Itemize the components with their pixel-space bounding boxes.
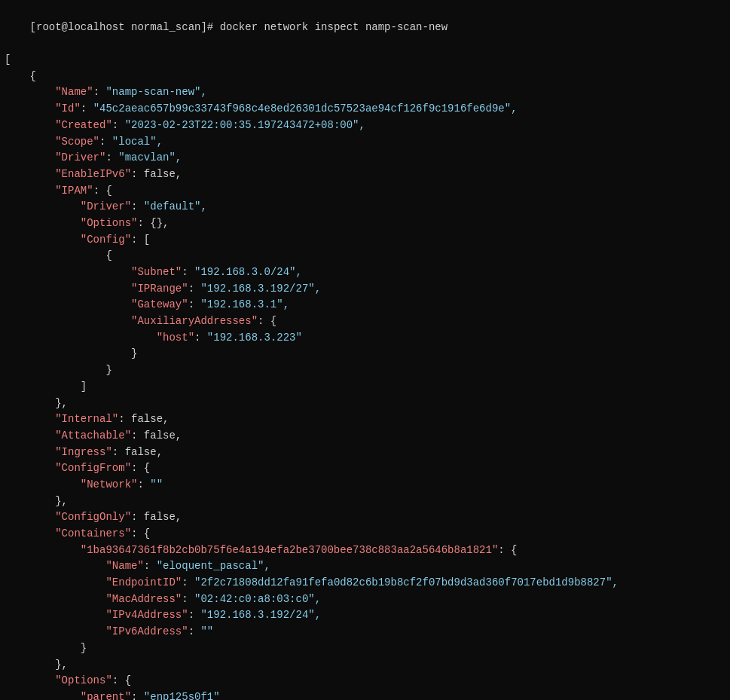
terminal: [root@localhost normal_scan]# docker net… — [0, 0, 730, 700]
output-line: "IPv4Address": "192.168.3.192/24", — [5, 607, 725, 624]
output-line: }, — [5, 494, 725, 510]
output-line: "Scope": "local", — [5, 134, 725, 151]
output-line: "Gateway": "192.168.3.1", — [5, 297, 725, 313]
output-line: "MacAddress": "02:42:c0:a8:03:c0", — [5, 591, 725, 608]
output-line: "Ingress": false, — [5, 445, 725, 461]
output-line: "Options": {}, — [5, 216, 725, 232]
output-line: "Driver": "default", — [5, 199, 725, 216]
output-line: "Options": { — [5, 673, 725, 689]
command: docker network inspect namp-scan-new — [220, 21, 447, 33]
output-line: "EndpointID": "2f2c71808dd12fa91fefa0d82… — [5, 575, 725, 591]
output-line: }, — [5, 657, 725, 674]
output-line: "EnableIPv6": false, — [5, 167, 725, 183]
output-line: "IPv6Address": "" — [5, 624, 725, 640]
output-line: "Containers": { — [5, 526, 725, 543]
output-line: "Driver": "macvlan", — [5, 150, 725, 167]
output-line: "Internal": false, — [5, 411, 725, 428]
output-line: "Name": "namp-scan-new", — [5, 84, 725, 101]
output-line: "1ba93647361f8b2cb0b75f6e4a194efa2be3700… — [5, 543, 725, 559]
output-line: "IPAM": { — [5, 183, 725, 200]
output-line: "Network": "" — [5, 477, 725, 494]
output-line: { — [5, 69, 725, 85]
output-line: } — [5, 640, 725, 657]
output-container: [ { "Name": "namp-scan-new", "Id": "45c2… — [5, 52, 725, 700]
output-line: [ — [5, 52, 725, 69]
output-line: } — [5, 346, 725, 362]
output-line: ] — [5, 379, 725, 396]
output-line: "IPRange": "192.168.3.192/27", — [5, 281, 725, 298]
output-line: "Id": "45c2aeac657b99c33743f968c4e8ed263… — [5, 101, 725, 118]
output-line: "Name": "eloquent_pascal", — [5, 558, 725, 575]
output-line: "host": "192.168.3.223" — [5, 330, 725, 347]
output-line: "Attachable": false, — [5, 428, 725, 445]
command-line: [root@localhost normal_scan]# docker net… — [5, 3, 725, 52]
prompt-start: [root@localhost normal_scan]# — [30, 21, 220, 33]
output-line: "parent": "enp125s0f1" — [5, 689, 725, 700]
output-line: "ConfigFrom": { — [5, 460, 725, 477]
output-line: "Config": [ — [5, 232, 725, 249]
output-line: { — [5, 248, 725, 264]
output-line: "Created": "2023-02-23T22:00:35.19724347… — [5, 118, 725, 134]
output-line: } — [5, 362, 725, 379]
output-line: "Subnet": "192.168.3.0/24", — [5, 264, 725, 281]
output-line: }, — [5, 396, 725, 412]
output-line: "ConfigOnly": false, — [5, 509, 725, 526]
output-line: "AuxiliaryAddresses": { — [5, 313, 725, 330]
